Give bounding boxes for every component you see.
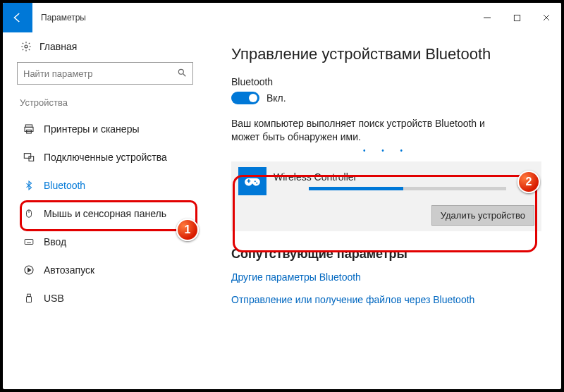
svg-line-4 [183, 73, 186, 76]
close-button[interactable] [532, 6, 561, 29]
svg-rect-21 [27, 297, 32, 302]
window-title: Параметры [41, 13, 86, 23]
sidebar-item-typing[interactable]: Ввод [17, 228, 193, 256]
sidebar-home[interactable]: Главная [17, 37, 193, 62]
pairing-progress [309, 187, 506, 190]
keyboard-icon [23, 237, 35, 247]
close-icon [542, 13, 551, 22]
sidebar-item-connected[interactable]: Подключенные устройства [17, 143, 193, 171]
content-pane: Управление устройствами Bluetooth Blueto… [207, 32, 561, 389]
sidebar-item-label: USB [44, 293, 64, 304]
sidebar: Главная Найти параметр Устройства Принте… [3, 32, 207, 389]
sidebar-item-label: Автозапуск [44, 264, 94, 276]
sidebar-section-label: Устройства [20, 97, 193, 108]
remove-device-button[interactable]: Удалить устройство [431, 205, 534, 226]
link-send-receive-files[interactable]: Отправление или получение файлов через B… [231, 294, 541, 305]
sidebar-item-label: Подключенные устройства [44, 152, 167, 163]
titlebar: Параметры [3, 3, 561, 32]
sidebar-item-mouse[interactable]: Мышь и сенсорная панель [17, 200, 193, 228]
back-button[interactable] [3, 3, 32, 32]
page-title: Управление устройствами Bluetooth [231, 45, 541, 63]
minimize-button[interactable] [472, 6, 502, 29]
window-controls [472, 6, 561, 29]
svg-rect-9 [29, 157, 34, 161]
arrow-left-icon [11, 11, 24, 24]
maximize-button[interactable] [502, 6, 532, 29]
usb-icon [23, 293, 35, 304]
sidebar-item-label: Bluetooth [44, 180, 85, 191]
minimize-icon [483, 13, 491, 22]
settings-window: Параметры Главная Найти параметр [0, 0, 564, 392]
link-more-bluetooth-settings[interactable]: Другие параметры Bluetooth [231, 271, 541, 283]
search-icon [177, 68, 187, 80]
connected-devices-icon [23, 152, 35, 163]
gamepad-icon [238, 167, 266, 195]
gear-icon [20, 41, 32, 52]
sidebar-item-bluetooth[interactable]: Bluetooth [17, 171, 193, 200]
search-placeholder: Найти параметр [23, 68, 92, 79]
autoplay-icon [23, 264, 35, 276]
bluetooth-icon [23, 180, 35, 191]
bluetooth-toggle-row: Вкл. [231, 92, 541, 104]
device-header: Wireless Controller [238, 167, 534, 195]
sidebar-home-label: Главная [39, 41, 77, 52]
sidebar-item-autoplay[interactable]: Автозапуск [17, 256, 193, 284]
svg-rect-20 [27, 294, 31, 297]
pairing-progress-fill [309, 187, 403, 190]
mouse-icon [23, 208, 35, 219]
maximize-icon [513, 14, 521, 22]
search-input[interactable]: Найти параметр [17, 62, 193, 85]
related-settings-heading: Сопутствующие параметры [231, 247, 541, 262]
device-card[interactable]: Wireless Controller Удалить устройство [231, 161, 541, 231]
svg-rect-1 [514, 15, 520, 20]
svg-point-3 [178, 69, 183, 74]
svg-rect-12 [25, 240, 33, 245]
window-body: Главная Найти параметр Устройства Принте… [3, 32, 561, 389]
device-name: Wireless Controller [274, 171, 506, 183]
sidebar-item-label: Мышь и сенсорная панель [44, 208, 166, 219]
sidebar-item-usb[interactable]: USB [17, 284, 193, 312]
sidebar-item-label: Принтеры и сканеры [44, 123, 139, 135]
sidebar-item-label: Ввод [44, 236, 66, 247]
searching-indicator: • • • [231, 147, 541, 154]
sidebar-item-printers[interactable]: Принтеры и сканеры [17, 115, 193, 143]
bluetooth-description: Ваш компьютер выполняет поиск устройств … [231, 117, 499, 144]
svg-marker-19 [28, 268, 31, 271]
svg-rect-8 [24, 154, 30, 159]
bluetooth-toggle-state: Вкл. [266, 92, 286, 104]
bluetooth-toggle[interactable] [231, 92, 259, 104]
svg-rect-6 [25, 127, 33, 131]
bluetooth-field-label: Bluetooth [231, 76, 541, 87]
printer-icon [23, 123, 35, 135]
svg-point-2 [25, 45, 27, 48]
